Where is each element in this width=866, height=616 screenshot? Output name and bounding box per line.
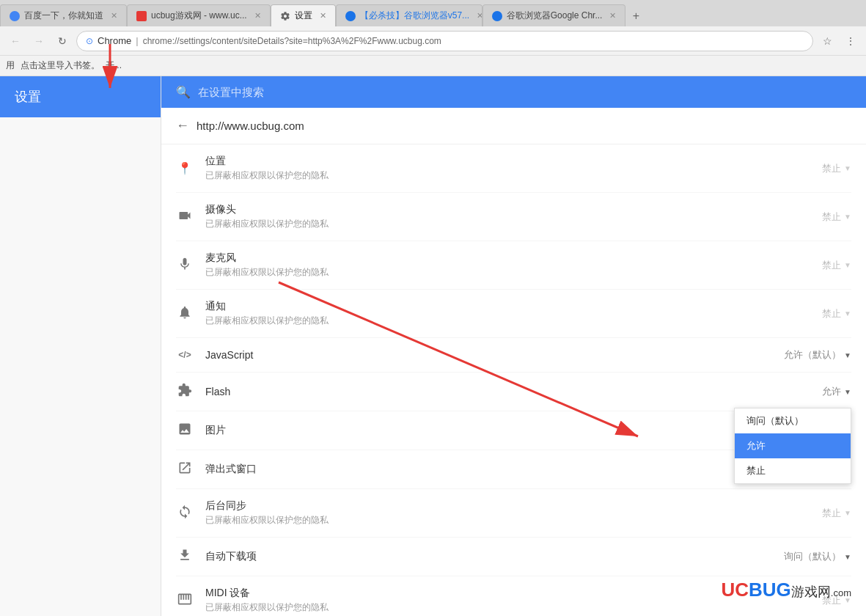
notifications-dropdown-arrow: ▼ — [844, 309, 851, 318]
setting-microphone-control[interactable]: 禁止 ▼ — [763, 259, 851, 272]
setting-flash-info: Flash — [205, 386, 752, 397]
svg-rect-1 — [180, 594, 182, 600]
setting-auto-download-control[interactable]: 询问（默认） ▼ — [763, 550, 851, 563]
address-input[interactable]: ⊙ Chrome | chrome://settings/content/sit… — [76, 31, 813, 51]
setting-notifications-desc: 已屏蔽相应权限以保护您的隐私 — [205, 315, 752, 327]
setting-location-info: 位置 已屏蔽相应权限以保护您的隐私 — [205, 155, 752, 182]
camera-icon — [176, 208, 194, 226]
setting-flash: Flash 允许 ▼ 询问（默认） 允许 禁止 — [176, 373, 851, 411]
setting-camera-control[interactable]: 禁止 ▼ — [763, 210, 851, 224]
tab-bishaji[interactable]: 【必杀技】谷歌浏览器v57... ✕ — [336, 4, 482, 26]
setting-images-info: 图片 — [205, 424, 752, 437]
background-sync-dropdown-arrow: ▼ — [844, 509, 851, 517]
setting-notifications-info: 通知 已屏蔽相应权限以保护您的隐私 — [205, 300, 752, 327]
settings-search-input[interactable] — [198, 86, 851, 98]
setting-javascript: </> JavaScript 允许（默认） ▼ — [176, 338, 851, 373]
watermark: UC BUG 游戏网 .com — [721, 579, 851, 601]
background-sync-icon — [176, 505, 194, 522]
tab-close-google[interactable]: ✕ — [609, 11, 616, 21]
tab-close-ucbug[interactable]: ✕ — [254, 11, 261, 21]
watermark-uc: UC — [721, 579, 749, 601]
menu-button[interactable]: ⋮ — [841, 32, 860, 51]
microphone-icon — [176, 257, 194, 274]
tab-google-chrome[interactable]: 谷歌浏览器Google Chr... ✕ — [482, 4, 626, 26]
sidebar: 设置 — [0, 76, 161, 616]
setting-notifications: 通知 已屏蔽相应权限以保护您的隐私 禁止 ▼ — [176, 290, 851, 338]
tab-baidu[interactable]: 百度一下，你就知道 ✕ — [0, 4, 127, 26]
svg-rect-3 — [186, 594, 187, 600]
javascript-icon: </> — [176, 350, 194, 360]
tab-ucbug[interactable]: ucbug游戏网 - www.uc... ✕ — [127, 4, 271, 26]
flash-dropdown-arrow: ▼ — [844, 388, 851, 396]
reload-button[interactable]: ↻ — [53, 32, 72, 51]
address-separator: | — [136, 35, 138, 46]
sidebar-header: 设置 — [0, 76, 161, 117]
back-button[interactable]: ← — [6, 32, 25, 51]
bookmark-button[interactable]: ☆ — [818, 32, 837, 51]
setting-auto-download-name: 自动下载项 — [205, 550, 752, 563]
site-header: ← http://www.ucbug.com — [161, 108, 866, 144]
setting-microphone-name: 麦克风 — [205, 252, 752, 265]
setting-microphone-info: 麦克风 已屏蔽相应权限以保护您的隐私 — [205, 252, 752, 279]
setting-auto-download-info: 自动下载项 — [205, 550, 752, 563]
tab-label-ucbug: ucbug游戏网 - www.uc... — [151, 10, 247, 22]
settings-content: 🔍 ← http://www.ucbug.com 📍 位置 已屏蔽相应权限以保护… — [161, 76, 866, 616]
setting-background-sync-control[interactable]: 禁止 ▼ — [763, 507, 851, 520]
bookmark-yong[interactable]: 用 — [6, 59, 15, 72]
setting-auto-download: 自动下载项 询问（默认） ▼ — [176, 538, 851, 576]
setting-notifications-control[interactable]: 禁止 ▼ — [763, 307, 851, 320]
setting-flash-name: Flash — [205, 386, 752, 397]
tab-label-bishaji: 【必杀技】谷歌浏览器v57... — [360, 10, 469, 22]
setting-location-control[interactable]: 禁止 ▼ — [763, 162, 851, 175]
new-tab-button[interactable]: + — [625, 6, 646, 26]
setting-midi-desc: 已屏蔽相应权限以保护您的隐私 — [205, 601, 752, 614]
forward-button[interactable]: → — [29, 32, 48, 51]
setting-location: 📍 位置 已屏蔽相应权限以保护您的隐私 禁止 ▼ — [176, 144, 851, 193]
tab-label-settings: 设置 — [295, 10, 312, 22]
svg-rect-2 — [183, 594, 185, 600]
setting-popup-info: 弹出式窗口 — [205, 463, 752, 476]
site-url-label: http://www.ucbug.com — [197, 120, 304, 132]
setting-midi-info: MIDI 设备 已屏蔽相应权限以保护您的隐私 — [205, 587, 752, 614]
back-to-settings-button[interactable]: ← — [176, 118, 189, 133]
setting-background-sync-info: 后台同步 已屏蔽相应权限以保护您的隐私 — [205, 499, 752, 527]
setting-notifications-name: 通知 — [205, 300, 752, 313]
setting-background-sync: 后台同步 已屏蔽相应权限以保护您的隐私 禁止 ▼ — [176, 489, 851, 538]
setting-popup-name: 弹出式窗口 — [205, 463, 752, 476]
setting-location-name: 位置 — [205, 155, 752, 168]
setting-camera-name: 摄像头 — [205, 203, 752, 216]
popup-icon — [176, 461, 194, 478]
tab-close-baidu[interactable]: ✕ — [111, 11, 117, 21]
javascript-dropdown-arrow: ▼ — [844, 351, 851, 359]
flash-dropdown-popup: 询问（默认） 允许 禁止 — [734, 408, 851, 484]
notifications-icon — [176, 305, 194, 323]
setting-background-sync-name: 后台同步 — [205, 499, 752, 513]
microphone-dropdown-arrow: ▼ — [844, 261, 851, 269]
setting-background-sync-desc: 已屏蔽相应权限以保护您的隐私 — [205, 514, 752, 527]
sidebar-title: 设置 — [15, 89, 41, 104]
flash-option-allow[interactable]: 允许 — [735, 433, 851, 458]
flash-option-block[interactable]: 禁止 — [735, 458, 851, 483]
setting-camera-desc: 已屏蔽相应权限以保护您的隐私 — [205, 218, 752, 230]
setting-javascript-info: JavaScript — [205, 349, 752, 361]
location-icon: 📍 — [176, 161, 194, 175]
setting-microphone: 麦克风 已屏蔽相应权限以保护您的隐私 禁止 ▼ — [176, 241, 851, 290]
flash-option-ask[interactable]: 询问（默认） — [735, 408, 851, 433]
watermark-com: .com — [831, 587, 851, 598]
tab-close-settings[interactable]: ✕ — [320, 11, 326, 21]
address-bar: ← → ↻ ⊙ Chrome | chrome://settings/conte… — [0, 26, 866, 56]
flash-icon — [176, 383, 194, 400]
setting-javascript-control[interactable]: 允许（默认） ▼ — [763, 348, 851, 362]
tab-settings[interactable]: 设置 ✕ — [271, 4, 336, 26]
bookmark-import[interactable]: 点击这里导入书签。 — [21, 59, 100, 72]
setting-location-desc: 已屏蔽相应权限以保护您的隐私 — [205, 169, 752, 182]
settings-list: 📍 位置 已屏蔽相应权限以保护您的隐私 禁止 ▼ — [161, 144, 866, 616]
address-favicon-chrome: ⊙ — [86, 36, 93, 46]
tab-favicon-ucbug — [136, 11, 147, 21]
tab-close-bishaji[interactable]: ✕ — [477, 11, 482, 21]
bookmark-open[interactable]: 开... — [106, 59, 122, 72]
tab-favicon-google — [492, 11, 502, 21]
address-origin: Chrome — [98, 35, 131, 46]
setting-flash-control[interactable]: 允许 ▼ — [763, 385, 851, 398]
search-icon: 🔍 — [176, 85, 191, 99]
